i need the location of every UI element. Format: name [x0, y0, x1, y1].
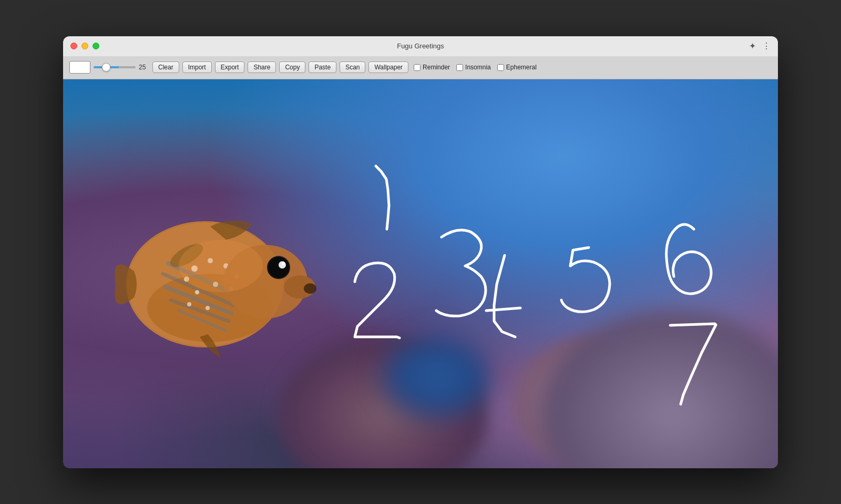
- copy-button[interactable]: Copy: [279, 61, 305, 73]
- svg-point-13: [195, 290, 199, 294]
- svg-point-24: [304, 283, 316, 294]
- toolbar: 25 Clear Import Export Share Copy Paste …: [63, 56, 778, 79]
- maximize-button[interactable]: [93, 43, 99, 49]
- ephemeral-label: Ephemeral: [506, 64, 537, 71]
- export-button[interactable]: Export: [215, 61, 245, 73]
- import-button[interactable]: Import: [182, 61, 212, 73]
- traffic-lights: [70, 43, 99, 49]
- color-swatch[interactable]: [69, 61, 90, 74]
- paste-button[interactable]: Paste: [309, 61, 336, 73]
- svg-point-26: [179, 240, 263, 292]
- minimize-button[interactable]: [81, 43, 88, 49]
- title-bar: Fugu Greetings ✦ ⋮: [63, 36, 778, 56]
- scan-button[interactable]: Scan: [340, 61, 365, 73]
- brush-size-slider[interactable]: [94, 66, 136, 68]
- clear-button[interactable]: Clear: [152, 61, 179, 73]
- menu-icon[interactable]: ⋮: [762, 41, 771, 51]
- canvas-area[interactable]: [63, 79, 778, 468]
- brush-size-control: 25: [94, 64, 149, 71]
- reminder-option[interactable]: Reminder: [414, 64, 450, 71]
- insomnia-option[interactable]: Insomnia: [456, 64, 491, 71]
- svg-point-16: [187, 302, 191, 306]
- title-bar-actions: ✦ ⋮: [749, 41, 771, 51]
- fish-illustration: [105, 174, 326, 374]
- ephemeral-checkbox[interactable]: [497, 64, 504, 71]
- wallpaper-button[interactable]: Wallpaper: [368, 61, 408, 73]
- svg-point-22: [282, 262, 285, 265]
- extensions-icon[interactable]: ✦: [749, 41, 756, 51]
- blue-light-blob: [385, 337, 490, 416]
- brush-size-value: 25: [139, 64, 149, 71]
- reminder-checkbox[interactable]: [414, 64, 420, 71]
- options-group: Reminder Insomnia Ephemeral: [414, 64, 537, 71]
- insomnia-label: Insomnia: [465, 64, 491, 71]
- svg-point-17: [206, 306, 210, 310]
- svg-point-20: [268, 257, 289, 278]
- app-window: Fugu Greetings ✦ ⋮ 25 Clear Import Expor…: [63, 36, 778, 468]
- ephemeral-option[interactable]: Ephemeral: [497, 64, 537, 71]
- close-button[interactable]: [70, 43, 77, 49]
- insomnia-checkbox[interactable]: [456, 64, 463, 71]
- reminder-label: Reminder: [423, 64, 450, 71]
- share-button[interactable]: Share: [248, 61, 276, 73]
- window-title: Fugu Greetings: [397, 42, 444, 50]
